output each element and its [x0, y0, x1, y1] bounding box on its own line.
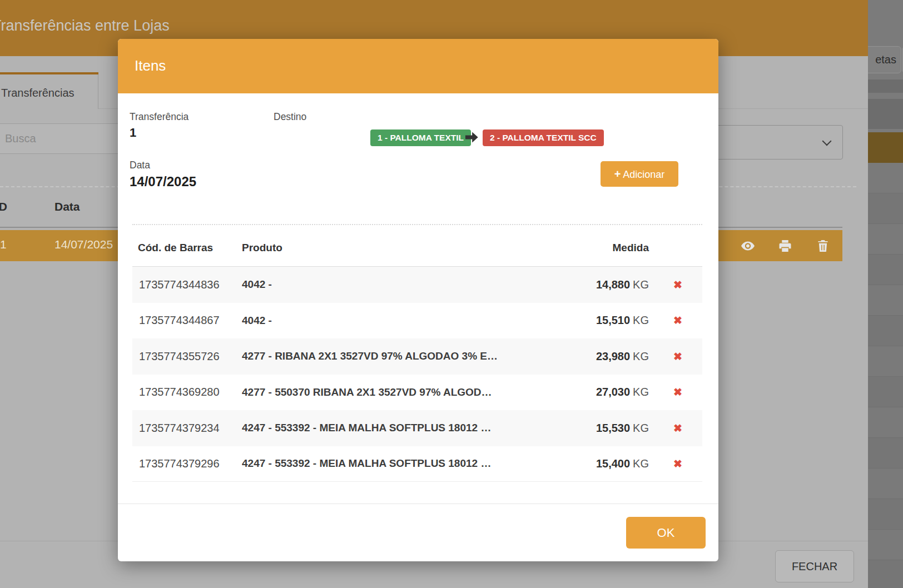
row-date-value: 14/07/2025: [54, 238, 113, 251]
remove-item-icon[interactable]: ✖: [673, 422, 682, 434]
strip-highlight-band: [868, 132, 903, 163]
medida-unit: KG: [633, 278, 649, 291]
dotted-divider: [132, 224, 702, 225]
plus-icon: +: [614, 168, 621, 180]
table-row: 17357743448674042 -15,510KG✖: [132, 303, 702, 339]
medida-unit: KG: [633, 457, 649, 470]
trash-icon[interactable]: [816, 240, 830, 252]
item-actions: ✖: [653, 422, 702, 435]
row-id-value: 1: [0, 238, 7, 251]
medida-value: 15,510: [596, 314, 630, 326]
item-actions: ✖: [653, 350, 702, 363]
arrow-right-icon: [464, 129, 479, 145]
item-actions: ✖: [653, 314, 702, 327]
adicionar-button[interactable]: +Adicionar: [601, 161, 678, 187]
item-produto: 4247 - 553392 - MEIA MALHA SOFTPLUS 1801…: [242, 422, 562, 434]
remove-item-icon[interactable]: ✖: [673, 386, 682, 398]
transferencia-value: 1: [130, 126, 136, 140]
data-label: Data: [130, 160, 150, 171]
medida-value: 15,530: [596, 422, 630, 434]
medida-unit: KG: [633, 314, 649, 326]
medida-value: 15,400: [596, 457, 630, 470]
strip-row-stripes: [868, 163, 903, 588]
strip-band: [868, 99, 903, 129]
remove-item-icon[interactable]: ✖: [673, 315, 682, 326]
fechar-button[interactable]: FECHAR: [775, 550, 854, 582]
table-row: 17357743792964247 - 553392 - MEIA MALHA …: [132, 446, 702, 482]
column-header-id: ID: [0, 200, 7, 213]
tab-transferencias-label: Transferências: [1, 87, 75, 99]
medida-value: 23,980: [596, 350, 630, 362]
item-barcode: 1735774379234: [132, 422, 242, 435]
items-header-barcode: Cód. de Barras: [138, 242, 213, 254]
modal-title: Itens: [135, 57, 166, 74]
items-table-body: 17357743448364042 -14,880KG✖173577434486…: [132, 267, 702, 482]
data-value: 14/07/2025: [130, 174, 196, 190]
strip-band: [868, 79, 903, 93]
item-produto: 4277 - 550370 RIBANA 2X1 3527VD 97% ALGO…: [242, 386, 562, 398]
origin-store-badge: 1 - PALLOMA TEXTIL: [370, 129, 471, 146]
item-produto: 4042 -: [242, 315, 562, 327]
remove-item-icon[interactable]: ✖: [673, 458, 682, 470]
item-medida: 15,530KG: [562, 422, 653, 435]
items-header-medida: Medida: [507, 242, 649, 254]
item-barcode: 1735774344867: [132, 314, 242, 327]
item-barcode: 1735774369280: [132, 386, 242, 398]
item-medida: 14,880KG: [562, 278, 653, 291]
item-actions: ✖: [653, 457, 702, 470]
view-icon[interactable]: [741, 240, 755, 252]
table-row: 17357743692804277 - 550370 RIBANA 2X1 35…: [132, 375, 702, 411]
item-barcode: 1735774344836: [132, 278, 242, 291]
remove-item-icon[interactable]: ✖: [673, 279, 682, 291]
etiquetas-button[interactable]: etas: [868, 46, 901, 73]
print-icon[interactable]: [778, 240, 792, 252]
table-row: 17357743448364042 -14,880KG✖: [132, 267, 702, 303]
table-row: 17357743557264277 - RIBANA 2X1 3527VD 97…: [132, 338, 702, 375]
itens-modal: Itens Transferência 1 Destino 1 - PALLOM…: [118, 39, 718, 561]
destino-label: Destino: [274, 111, 306, 123]
medida-value: 14,880: [596, 278, 630, 291]
item-actions: ✖: [653, 278, 702, 291]
items-header-produto: Produto: [242, 242, 282, 254]
item-medida: 15,400KG: [562, 457, 653, 470]
column-header-data: Data: [54, 200, 80, 213]
modal-footer-divider: [118, 504, 718, 504]
item-produto: 4277 - RIBANA 2X1 3527VD 97% ALGODAO 3% …: [242, 350, 562, 362]
item-medida: 23,980KG: [562, 350, 653, 363]
item-actions: ✖: [653, 386, 702, 398]
item-barcode: 1735774355726: [132, 350, 242, 363]
item-produto: 4042 -: [242, 278, 562, 291]
modal-header: Itens: [118, 39, 718, 93]
transferencia-label: Transferência: [130, 111, 188, 123]
medida-value: 27,030: [596, 386, 630, 398]
remove-item-icon[interactable]: ✖: [673, 351, 682, 362]
screen: Transferências entre Lojas Transferência…: [0, 0, 903, 588]
item-medida: 15,510KG: [562, 314, 653, 327]
medida-unit: KG: [633, 386, 649, 398]
destination-store-badge: 2 - PALLOMA TEXTIL SCC: [483, 129, 604, 146]
medida-unit: KG: [633, 350, 649, 362]
medida-unit: KG: [633, 422, 649, 434]
item-produto: 4247 - 553392 - MEIA MALHA SOFTPLUS 1801…: [242, 457, 562, 470]
item-barcode: 1735774379296: [132, 457, 242, 470]
item-medida: 27,030KG: [562, 386, 653, 398]
chevron-down-icon: [822, 137, 832, 146]
table-row: 17357743792344247 - 553392 - MEIA MALHA …: [132, 410, 702, 446]
ok-button[interactable]: OK: [626, 517, 706, 549]
page-title: Transferências entre Lojas: [0, 17, 170, 34]
adicionar-label: Adicionar: [623, 169, 664, 180]
background-window-strip: etas: [868, 0, 903, 588]
